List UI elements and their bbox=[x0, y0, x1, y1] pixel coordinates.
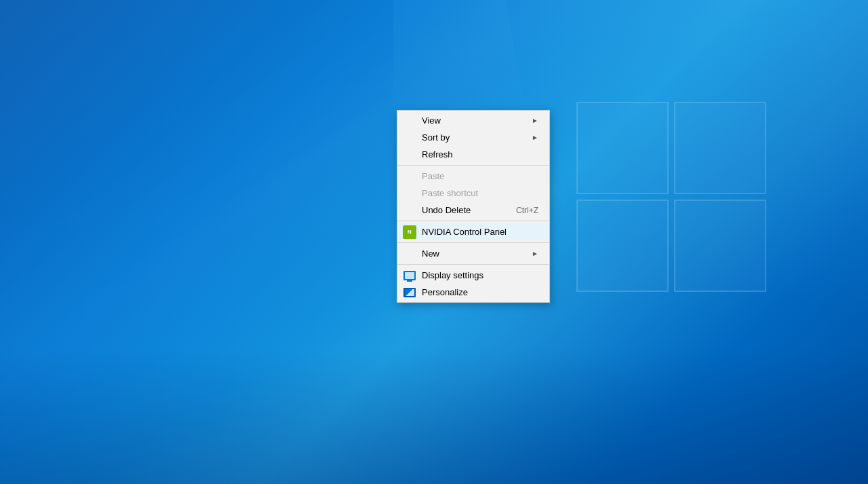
win-logo-pane-tl bbox=[576, 102, 669, 194]
menu-item-personalize-label: Personalize bbox=[422, 287, 538, 297]
menu-item-nvidia-label: NVIDIA Control Panel bbox=[422, 227, 538, 237]
submenu-arrow-view: ► bbox=[532, 117, 538, 124]
desktop-bottom-fade bbox=[0, 348, 868, 484]
menu-item-refresh-label: Refresh bbox=[422, 149, 538, 160]
menu-item-view-label: View bbox=[422, 115, 529, 126]
monitor-icon bbox=[403, 271, 416, 280]
menu-item-paste-shortcut-label: Paste shortcut bbox=[422, 188, 538, 198]
menu-item-display-settings[interactable]: Display settings bbox=[397, 267, 549, 284]
menu-item-view[interactable]: View ► bbox=[397, 112, 549, 129]
menu-item-new[interactable]: New ► bbox=[397, 245, 549, 262]
menu-item-new-label: New bbox=[422, 248, 529, 259]
menu-item-refresh[interactable]: Refresh bbox=[397, 146, 549, 163]
menu-item-undo-delete[interactable]: Undo Delete Ctrl+Z bbox=[397, 202, 549, 219]
menu-item-paste: Paste bbox=[397, 168, 549, 185]
menu-separator-1 bbox=[397, 165, 549, 166]
menu-item-personalize[interactable]: Personalize bbox=[397, 284, 549, 301]
menu-item-display-settings-label: Display settings bbox=[422, 270, 538, 280]
menu-separator-3 bbox=[397, 242, 549, 243]
personalize-icon bbox=[403, 288, 416, 297]
menu-item-sort-by[interactable]: Sort by ► bbox=[397, 129, 549, 146]
nvidia-logo-icon: N bbox=[403, 225, 416, 239]
nvidia-icon: N bbox=[403, 225, 416, 239]
menu-separator-4 bbox=[397, 264, 549, 265]
personalize-settings-icon bbox=[403, 286, 416, 299]
menu-separator-2 bbox=[397, 221, 549, 221]
menu-item-undo-delete-label: Undo Delete bbox=[422, 205, 502, 215]
menu-item-undo-delete-shortcut: Ctrl+Z bbox=[516, 206, 538, 215]
menu-item-nvidia[interactable]: N NVIDIA Control Panel bbox=[397, 223, 549, 240]
menu-item-paste-shortcut: Paste shortcut bbox=[397, 185, 549, 202]
menu-item-paste-label: Paste bbox=[422, 171, 538, 181]
win-logo-pane-bl bbox=[576, 200, 669, 292]
submenu-arrow-sort-by: ► bbox=[532, 134, 538, 141]
desktop: View ► Sort by ► Refresh Paste Paste sho… bbox=[0, 0, 868, 484]
windows-logo bbox=[576, 102, 766, 292]
display-settings-icon bbox=[403, 269, 416, 282]
submenu-arrow-new: ► bbox=[532, 250, 538, 257]
context-menu: View ► Sort by ► Refresh Paste Paste sho… bbox=[397, 110, 550, 303]
win-logo-pane-br bbox=[674, 200, 766, 292]
win-logo-pane-tr bbox=[674, 102, 766, 194]
menu-item-sort-by-label: Sort by bbox=[422, 132, 529, 143]
